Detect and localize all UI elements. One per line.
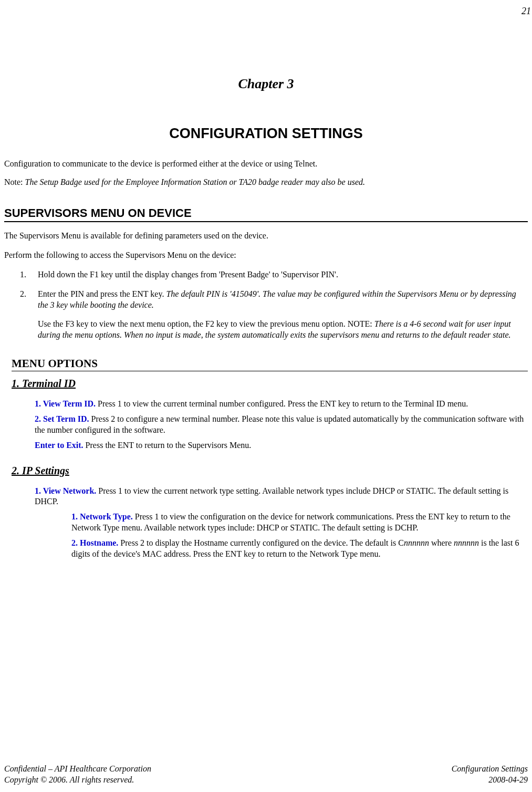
- chapter-label: Chapter 3: [4, 75, 528, 93]
- step-2: 2. Enter the PIN and press the ENT key. …: [20, 289, 528, 341]
- menu-enter-to-exit-label: Enter to Exit.: [35, 441, 84, 450]
- note-prefix: Note:: [4, 178, 25, 186]
- menu-enter-to-exit-body: Press the ENT to return to the Superviso…: [84, 441, 252, 450]
- footer: Confidential – API Healthcare Corporatio…: [4, 764, 528, 786]
- heading-ip-settings: 2. IP Settings: [12, 464, 528, 477]
- menu-hostname-body-a: Press 2 to display the Hostname currentl…: [118, 538, 404, 547]
- step-2-text-a: Enter the PIN and press the ENT key.: [38, 289, 166, 298]
- footer-confidential: Confidential – API Healthcare Corporatio…: [4, 764, 151, 775]
- menu-enter-to-exit: Enter to Exit. Press the ENT to return t…: [35, 440, 528, 451]
- menu-set-term-id-label: 2. Set Term ID.: [35, 414, 89, 423]
- footer-section-name: Configuration Settings: [452, 764, 528, 775]
- chapter-title: CONFIGURATION SETTINGS: [4, 124, 528, 143]
- step-1: 1. Hold down the F1 key until the displa…: [20, 269, 528, 280]
- supervisors-p2: Perform the following to access the Supe…: [4, 250, 528, 261]
- note-line: Note: The Setup Badge used for the Emplo…: [4, 177, 528, 188]
- heading-supervisors-menu: SUPERVISORS MENU ON DEVICE: [4, 206, 528, 223]
- heading-terminal-id: 1. Terminal ID: [12, 377, 528, 390]
- footer-left: Confidential – API Healthcare Corporatio…: [4, 764, 151, 786]
- supervisors-p1: The Supervisors Menu is available for de…: [4, 231, 528, 242]
- menu-view-network: 1. View Network. Press 1 to view the cur…: [35, 486, 528, 508]
- footer-date: 2008-04-29: [452, 775, 528, 786]
- step-1-number: 1.: [20, 269, 38, 280]
- menu-network-type-body: Press 1 to view the configuration on the…: [71, 512, 510, 532]
- step-1-body: Hold down the F1 key until the display c…: [38, 269, 528, 280]
- step-2-body: Enter the PIN and press the ENT key. The…: [38, 289, 528, 341]
- menu-hostname: 2. Hostname. Press 2 to display the Host…: [71, 538, 528, 560]
- footer-right: Configuration Settings 2008-04-29: [452, 764, 528, 786]
- menu-view-network-body: Press 1 to view the current network type…: [35, 486, 508, 506]
- menu-hostname-body-b: nnnnnn: [404, 538, 429, 547]
- heading-menu-options: MENU OPTIONS: [12, 357, 528, 371]
- footer-copyright: Copyright © 2006. All rights reserved.: [4, 775, 151, 786]
- menu-hostname-label: 2. Hostname.: [71, 538, 118, 547]
- menu-set-term-id-body: Press 2 to configure a new terminal numb…: [35, 414, 524, 434]
- menu-network-type-label: 1. Network Type.: [71, 512, 133, 521]
- menu-view-network-label: 1. View Network.: [35, 486, 96, 495]
- intro-paragraph: Configuration to communicate to the devi…: [4, 159, 528, 170]
- menu-view-term-id: 1. View Term ID. Press 1 to view the cur…: [35, 399, 528, 410]
- menu-set-term-id: 2. Set Term ID. Press 2 to configure a n…: [35, 414, 528, 436]
- note-body: The Setup Badge used for the Employee In…: [25, 178, 365, 186]
- menu-network-type: 1. Network Type. Press 1 to view the con…: [71, 512, 528, 534]
- step-2-text-c: Use the F3 key to view the next menu opt…: [38, 319, 374, 328]
- menu-hostname-body-d: nnnnnn: [454, 538, 479, 547]
- menu-view-term-id-label: 1. View Term ID.: [35, 399, 96, 408]
- menu-view-term-id-body: Press 1 to view the current terminal num…: [96, 399, 468, 408]
- menu-hostname-body-c: where: [429, 538, 454, 547]
- page-number: 21: [0, 5, 531, 17]
- step-2-number: 2.: [20, 289, 38, 341]
